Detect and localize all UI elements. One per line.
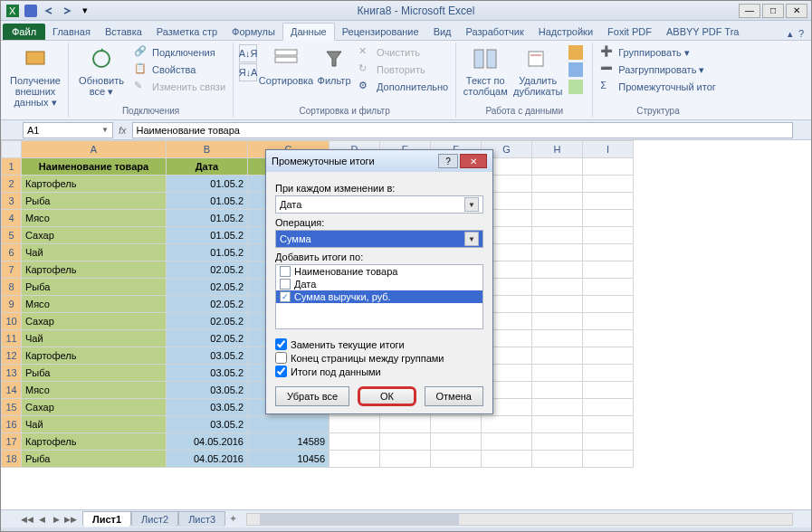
cell-B12[interactable]: 03.05.2 [167,347,248,365]
cell[interactable] [583,261,634,279]
reapply-button[interactable]: ↻Повторить [357,62,450,78]
cell-A17[interactable]: Картофель [22,433,167,451]
cell-A8[interactable]: Рыба [22,279,167,296]
sort-asc-button[interactable]: А↓Я [239,44,257,62]
sort-desc-button[interactable]: Я↓А [239,63,257,81]
row-header-17[interactable]: 17 [2,433,22,451]
cell[interactable] [583,347,634,365]
cell[interactable] [583,399,634,416]
cell[interactable] [330,451,380,468]
cell-B5[interactable]: 01.05.2 [167,227,248,244]
cell[interactable] [583,365,634,382]
row-header-11[interactable]: 11 [2,330,22,347]
list-item[interactable]: Дата [276,278,482,290]
chevron-down-icon[interactable]: ▼ [464,232,479,246]
connections-button[interactable]: 🔗Подключения [132,44,227,61]
cell[interactable] [431,416,482,433]
cell[interactable] [482,451,532,468]
cell[interactable] [482,433,532,451]
dialog-title-bar[interactable]: Промежуточные итоги ? ✕ [266,150,492,172]
cell[interactable] [583,416,634,433]
col-header-B[interactable]: B [167,141,248,158]
row-header-1[interactable]: 1 [2,158,22,176]
undo-icon[interactable] [41,3,57,19]
tab-надстройки[interactable]: Надстройки [531,24,600,40]
row-header-13[interactable]: 13 [2,365,22,382]
cell[interactable] [380,451,431,468]
help-icon[interactable]: ? [798,28,804,40]
page-break-checkbox[interactable]: Конец страницы между группами [275,352,483,364]
summary-below-checkbox[interactable]: Итоги под данными [275,366,483,377]
row-header-7[interactable]: 7 [2,261,22,279]
new-sheet-icon[interactable]: ✦ [229,513,237,525]
redo-icon[interactable] [59,3,75,19]
checkbox-icon[interactable]: ✓ [280,291,291,302]
cell[interactable] [532,244,583,261]
cell-B17[interactable]: 04.05.2016 [167,433,248,451]
cell-A3[interactable]: Рыба [22,193,167,210]
list-item[interactable]: Наименование товара [276,265,482,278]
cancel-button[interactable]: Отмена [425,386,483,406]
cell[interactable] [583,313,634,330]
edit-links-button[interactable]: ✎Изменить связи [132,79,227,95]
cell-A15[interactable]: Сахар [22,399,167,416]
cell-B10[interactable]: 02.05.2 [167,313,248,330]
add-subtotal-list[interactable]: Наименование товараДата✓Сумма выручки, р… [275,264,483,329]
row-header-3[interactable]: 3 [2,193,22,210]
tab-abbyy pdf tra[interactable]: ABBYY PDF Tra [659,24,747,40]
cell-A11[interactable]: Чай [22,330,167,347]
cell-B6[interactable]: 01.05.2 [167,244,248,261]
cell[interactable] [583,210,634,227]
cell-A7[interactable]: Картофель [22,261,167,279]
cell-B8[interactable]: 02.05.2 [167,279,248,296]
remove-duplicates-button[interactable]: Удалить дубликаты [512,44,563,97]
row-header-6[interactable]: 6 [2,244,22,261]
cell[interactable] [532,176,583,193]
cell[interactable] [532,296,583,313]
cell-B11[interactable]: 02.05.2 [167,330,248,347]
dialog-close-button[interactable]: ✕ [460,154,487,168]
cell[interactable] [583,176,634,193]
chevron-down-icon[interactable]: ▼ [464,197,479,212]
properties-button[interactable]: 📋Свойства [132,62,227,78]
excel-icon[interactable]: X [5,3,21,19]
cell-A5[interactable]: Сахар [22,227,167,244]
cell-A14[interactable]: Мясо [22,382,167,399]
sheet-tab-Лист2[interactable]: Лист2 [131,511,178,527]
cell[interactable] [380,416,431,433]
tab-формулы[interactable]: Формулы [224,24,282,40]
horizontal-scrollbar[interactable] [246,513,793,526]
consolidate-icon[interactable] [567,62,587,78]
maximize-button[interactable]: □ [762,4,784,18]
cell-B15[interactable]: 03.05.2 [167,399,248,416]
get-external-data-button[interactable]: Получение внешних данных ▾ [8,44,62,109]
cell-B14[interactable]: 03.05.2 [167,382,248,399]
group-button[interactable]: ➕Группировать ▾ [598,44,718,61]
checkbox-icon[interactable] [280,279,291,290]
cell-A13[interactable]: Рыба [22,365,167,382]
cell[interactable] [532,279,583,296]
close-button[interactable]: ✕ [786,4,807,18]
row-header-14[interactable]: 14 [2,382,22,399]
row-header-4[interactable]: 4 [2,210,22,227]
cell-B9[interactable]: 02.05.2 [167,296,248,313]
cell-B18[interactable]: 04.05.2016 [167,451,248,468]
cell[interactable] [583,433,634,451]
qat-more-icon[interactable]: ▾ [77,3,93,19]
cell[interactable] [532,399,583,416]
cell[interactable] [431,433,482,451]
row-header-15[interactable]: 15 [2,399,22,416]
cell[interactable] [482,416,532,433]
refresh-all-button[interactable]: Обновить все ▾ [74,44,129,98]
row-header-5[interactable]: 5 [2,227,22,244]
cell[interactable] [583,193,634,210]
cell-A6[interactable]: Чай [22,244,167,261]
fx-icon[interactable]: fx [119,125,127,136]
col-header-H[interactable]: H [532,141,583,158]
cell[interactable] [532,193,583,210]
cell[interactable] [583,330,634,347]
cell-C18[interactable]: 10456 [248,451,330,468]
at-each-change-combo[interactable]: Дата▼ [275,195,483,214]
cell[interactable] [532,382,583,399]
operation-combo[interactable]: Сумма▼ [275,230,483,248]
